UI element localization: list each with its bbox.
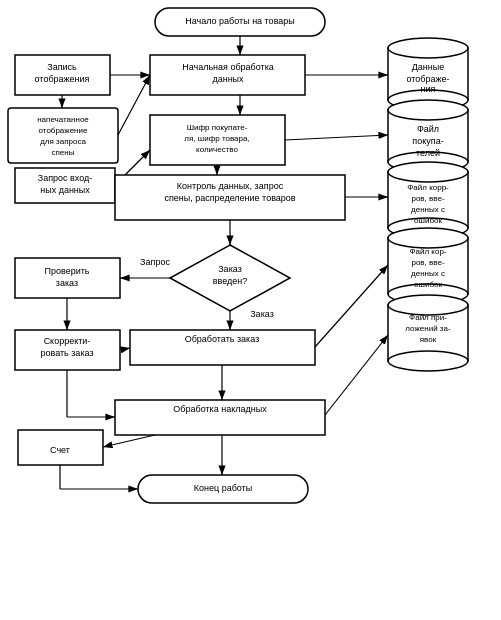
file-corrections-top (388, 162, 468, 182)
invoice-label: Счет (50, 445, 70, 455)
cipher-label2: ля, шифр товара, (184, 134, 249, 143)
cipher-label: Шифр покупате- (187, 123, 248, 132)
svg-line-18 (103, 435, 155, 447)
decision-label: Заказ (218, 264, 242, 274)
file-applications-label3: явок (420, 335, 437, 344)
request-external-label: Запрос вход- (38, 173, 93, 183)
request-external-label2: ных данных (40, 185, 90, 195)
decision-label2: введен? (213, 276, 248, 286)
file-applications-label2: ложений за- (405, 324, 451, 333)
display-record-label: Запись (47, 62, 77, 72)
file-corrections-label2: ров, вве- (411, 194, 444, 203)
display-record-label2: отображения (35, 74, 90, 84)
file-corrections2-label2: ров, вве- (411, 258, 444, 267)
data-display-label: Данные (412, 62, 445, 72)
check-order-label2: заказ (56, 278, 78, 288)
start-label: Начало работы на товары (185, 16, 295, 26)
svg-line-17 (325, 335, 388, 415)
initial-processing-label: Начальная обработка (182, 62, 274, 72)
data-display-top (388, 38, 468, 58)
file-corrections2-label: Файл кор- (409, 247, 446, 256)
zakas-label: Заказ (250, 309, 274, 319)
file-buyer-label: Файл (417, 124, 439, 134)
file-corrections-label4: ошибок (414, 216, 442, 225)
sign-order-label2: ровать заказ (40, 348, 93, 358)
file-buyer-label2: покупа- (412, 136, 443, 146)
sign-order-label: Скорректи- (44, 336, 91, 346)
cached-display-label3: для запроса (40, 137, 86, 146)
svg-line-7 (285, 135, 388, 140)
control-label: Контроль данных, запрос (177, 181, 284, 191)
svg-line-5 (118, 75, 150, 135)
file-buyer-top (388, 100, 468, 120)
file-corrections-label: Файл корр- (407, 183, 449, 192)
svg-line-14 (120, 348, 130, 350)
file-applications-top (388, 295, 468, 315)
svg-line-15 (315, 265, 388, 347)
file-corrections2-top (388, 228, 468, 248)
data-display-label2: отображе- (406, 74, 449, 84)
diagram-container: Начало работы на товары Запись отображен… (0, 0, 501, 620)
process-order-label: Обработать заказ (185, 334, 260, 344)
control-label2: спены, распределение товаров (164, 193, 295, 203)
file-applications-label: Файл при- (409, 313, 447, 322)
zapros-label: Запрос (140, 257, 170, 267)
initial-processing-label2: данных (212, 74, 244, 84)
file-corrections2-label4: ошибок (414, 280, 442, 289)
cached-display-label: напечатанное (37, 115, 89, 124)
file-corrections2-label3: денных с (411, 269, 445, 278)
data-display-label3: ния (421, 84, 436, 94)
cipher-label3: количество (196, 145, 238, 154)
file-applications-bottom (388, 351, 468, 371)
file-corrections-label3: денных с (411, 205, 445, 214)
end-label: Конец работы (194, 483, 252, 493)
file-buyer-label3: телей (416, 148, 440, 158)
cached-display-label2: отображение (39, 126, 88, 135)
cached-display-label4: спены (52, 148, 75, 157)
check-order-label: Проверить (44, 266, 89, 276)
process-payments-label: Обработка накладных (173, 404, 267, 414)
